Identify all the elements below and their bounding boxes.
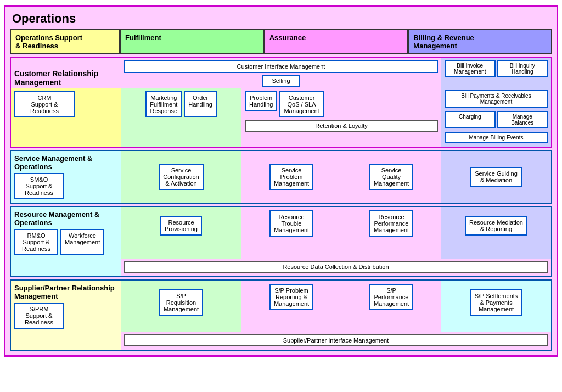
crm-title: Customer Relationship Management xyxy=(14,69,117,87)
sp-performance-box: S/P Performance Management xyxy=(369,284,413,310)
crm-green-col: Marketing Fulfillment Response Order Han… xyxy=(121,88,241,147)
spr-blue-col: S/P Settlements & Payments Management xyxy=(441,281,551,332)
page-title: Operations xyxy=(10,12,552,26)
order-handling-box: Order Handling xyxy=(184,91,216,117)
rmo-pink-col1: Resource Trouble Management xyxy=(241,207,341,259)
sp-requisition-box: S/P Requisition Management xyxy=(159,289,203,316)
smo-support-box: SM&O Support & Readiness xyxy=(14,173,64,199)
smo-left: Service Management &Operations SM&O Supp… xyxy=(11,151,121,203)
rmo-green-col: Resource Provisioning xyxy=(121,207,241,259)
smo-blue-col: Service Guiding & Mediation xyxy=(441,151,551,203)
header-fulfillment: Fulfillment xyxy=(120,29,264,54)
operations-frame: Operations Operations Support & Readines… xyxy=(4,5,558,357)
service-quality-box: Service Quality Management xyxy=(369,164,413,190)
smo-title: Service Management &Operations xyxy=(14,154,117,171)
spr-section: Supplier/Partner RelationshipManagement … xyxy=(10,279,552,351)
charging-box: Charging xyxy=(445,111,496,128)
crm-section: Customer Relationship Management Custome… xyxy=(10,57,552,148)
sp-settlements-box: S/P Settlements & Payments Management xyxy=(470,289,522,316)
header-assurance: Assurance xyxy=(264,29,408,54)
smo-section: Service Management &Operations SM&O Supp… xyxy=(10,150,552,204)
selling-box: Selling xyxy=(262,75,300,87)
spr-green-col: S/P Requisition Management xyxy=(121,281,241,332)
smo-green-col: Service Configuration & Activation xyxy=(121,151,241,203)
sprm-support-box: S/PRM Support & Readiness xyxy=(14,303,64,329)
rmo-title: Resource Management &Operations xyxy=(14,210,117,227)
workforce-box: Workforce Management xyxy=(60,229,104,255)
service-config-box: Service Configuration & Activation xyxy=(159,164,203,190)
spr-pink-col2: S/P Performance Management xyxy=(341,281,441,332)
header-billing: Billing & Revenue Management xyxy=(408,29,552,54)
crm-yellow-col: CRM Support & Readiness xyxy=(11,88,121,147)
problem-handling-box: Problem Handling xyxy=(245,91,277,111)
header-ops-support: Operations Support & Readiness xyxy=(10,29,120,54)
resource-data-bar: Resource Data Collection & Distribution xyxy=(124,261,548,273)
manage-billing-events-bar: Manage Billing Events xyxy=(445,132,548,143)
service-guiding-box: Service Guiding & Mediation xyxy=(470,167,522,187)
sp-problem-box: S/P Problem Reporting & Management xyxy=(269,284,313,310)
header-row: Operations Support & Readiness Fulfillme… xyxy=(10,29,552,54)
crm-billing-col: Bill Payments & Receivables Management C… xyxy=(441,88,551,147)
service-problem-box: Service Problem Management xyxy=(269,164,313,190)
billing-mid-row: Charging Manage Balances xyxy=(445,111,548,128)
sp-interface-bar: Supplier/Partner Interface Management xyxy=(124,334,548,346)
smo-pink-col1: Service Problem Management xyxy=(241,151,341,203)
resource-mediation-box: Resource Mediation & Reporting xyxy=(465,216,527,236)
rmo-left: Resource Management &Operations RM&O Sup… xyxy=(11,207,121,259)
rmo-pink-col2: Resource Performance Management xyxy=(341,207,441,259)
smo-pink-col2: Service Quality Management xyxy=(341,151,441,203)
bill-payments-box: Bill Payments & Receivables Management xyxy=(445,90,548,108)
rmo-support-box: RM&O Support & Readiness xyxy=(14,229,58,255)
marketing-box: Marketing Fulfillment Response xyxy=(145,91,182,117)
resource-provisioning-box: Resource Provisioning xyxy=(160,216,202,236)
rmo-section: Resource Management &Operations RM&O Sup… xyxy=(10,206,552,277)
manage-balances-box: Manage Balances xyxy=(497,111,548,128)
spr-pink-col1: S/P Problem Reporting & Management xyxy=(241,281,341,332)
bill-inquiry-box: Bill Inquiry Handling xyxy=(497,60,548,77)
crm-support-box: CRM Support & Readiness xyxy=(14,91,75,117)
rmo-blue-col: Resource Mediation & Reporting xyxy=(441,207,551,259)
bill-invoice-box: Bill Invoice Management xyxy=(445,60,496,77)
spr-title: Supplier/Partner RelationshipManagement xyxy=(14,284,117,300)
cim-bar: Customer Interface Management xyxy=(124,60,438,73)
billing-top-row: Bill Invoice Management Bill Inquiry Han… xyxy=(445,60,548,77)
crm-pink-col: Problem Handling Customer QoS / SLA Mana… xyxy=(241,88,441,147)
resource-trouble-box: Resource Trouble Management xyxy=(269,210,313,237)
resource-performance-box: Resource Performance Management xyxy=(369,210,413,237)
spr-left: Supplier/Partner RelationshipManagement … xyxy=(11,281,121,332)
retention-bar: Retention & Loyalty xyxy=(245,120,438,132)
customer-qos-box: Customer QoS / SLA Management xyxy=(279,91,323,117)
